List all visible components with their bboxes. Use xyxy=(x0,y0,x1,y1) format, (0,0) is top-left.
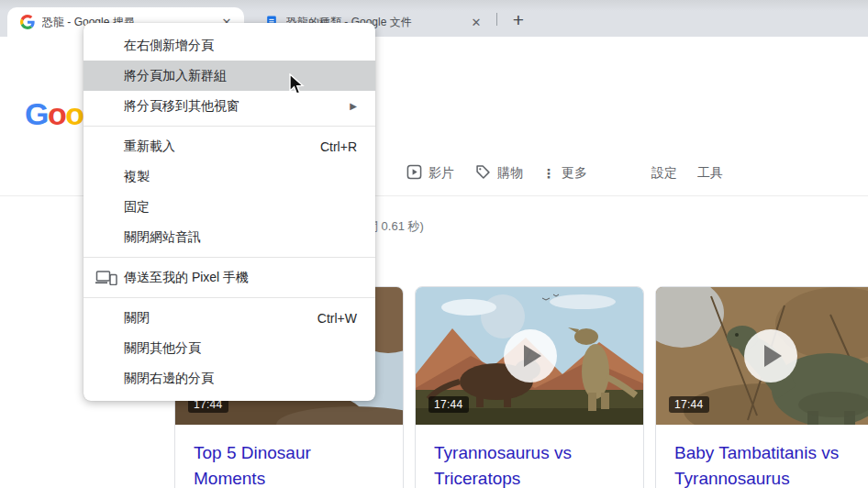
nav-videos[interactable]: 影片 xyxy=(406,164,454,183)
tag-icon xyxy=(475,164,491,183)
menu-item-move-tab-to-window[interactable]: 將分頁移到其他視窗▶ xyxy=(83,91,375,121)
menu-item-duplicate[interactable]: 複製 xyxy=(83,161,375,192)
devices-icon xyxy=(95,271,117,288)
tab-context-menu: 在右側新增分頁 將分頁加入新群組 將分頁移到其他視窗▶ 重新載入Ctrl+R 複… xyxy=(83,23,375,401)
play-button[interactable] xyxy=(504,329,557,383)
menu-separator xyxy=(83,257,375,258)
video-thumbnail[interactable]: 17:44 xyxy=(416,287,643,425)
video-card[interactable]: 17:44 Tyrannosaurus vs Triceratops xyxy=(415,286,644,488)
video-title[interactable]: Top 5 Dinosaur Moments xyxy=(194,440,377,488)
nav-label: 更多 xyxy=(562,165,587,182)
submenu-arrow-icon: ▶ xyxy=(350,101,357,111)
browser-window: 恐龍 - Google 搜尋 ✕ 恐龍的種類 - Google 文件 ✕ + q… xyxy=(0,0,868,488)
mouse-cursor xyxy=(287,73,309,101)
video-thumbnail[interactable]: 17:44 xyxy=(656,287,868,425)
video-icon xyxy=(406,164,422,183)
menu-item-mute-site[interactable]: 關閉網站音訊 xyxy=(83,222,375,252)
shortcut-label: Ctrl+W xyxy=(317,311,357,326)
nav-shopping[interactable]: 購物 xyxy=(475,164,523,183)
nav-label: 工具 xyxy=(697,165,723,182)
menu-item-close-tabs-to-right[interactable]: 關閉右邊的分頁 xyxy=(83,363,375,394)
menu-item-send-to-pixel[interactable]: 傳送至我的 Pixel 手機 xyxy=(83,262,375,293)
video-title[interactable]: Tyrannosaurus vs Triceratops xyxy=(434,440,618,488)
menu-separator xyxy=(83,297,375,298)
menu-item-close-other-tabs[interactable]: 關閉其他分頁 xyxy=(83,333,375,363)
nav-label: 購物 xyxy=(497,165,523,182)
new-tab-button[interactable]: + xyxy=(506,8,530,32)
more-dots-icon: ⋮ xyxy=(542,166,555,181)
video-duration: 17:44 xyxy=(669,396,709,413)
menu-separator xyxy=(83,126,375,127)
nav-settings[interactable]: 設定 xyxy=(651,164,677,183)
play-icon xyxy=(764,345,782,367)
menu-item-new-tab-right[interactable]: 在右側新增分頁 xyxy=(83,30,375,61)
shortcut-label: Ctrl+R xyxy=(320,139,357,154)
tab-strip-divider xyxy=(496,13,497,26)
play-button[interactable] xyxy=(744,329,797,383)
menu-item-reload[interactable]: 重新載入Ctrl+R xyxy=(83,131,375,161)
nav-more[interactable]: ⋮ 更多 xyxy=(542,164,587,183)
nav-label: 設定 xyxy=(651,165,677,182)
menu-item-pin[interactable]: 固定 xyxy=(83,192,375,222)
nav-tools[interactable]: 工具 xyxy=(697,164,723,183)
google-favicon-icon xyxy=(20,15,35,29)
video-title[interactable]: Baby Tambatitanis vs Tyrannosaurus xyxy=(674,440,858,488)
video-card[interactable]: 17:44 Baby Tambatitanis vs Tyrannosaurus xyxy=(655,286,868,488)
menu-item-close[interactable]: 關閉Ctrl+W xyxy=(83,303,375,333)
nav-label: 影片 xyxy=(428,165,454,182)
video-duration: 17:44 xyxy=(428,396,469,413)
close-tab-icon[interactable]: ✕ xyxy=(468,14,484,30)
menu-item-add-tab-to-group[interactable]: 將分頁加入新群組 xyxy=(83,61,375,91)
play-icon xyxy=(524,345,541,367)
